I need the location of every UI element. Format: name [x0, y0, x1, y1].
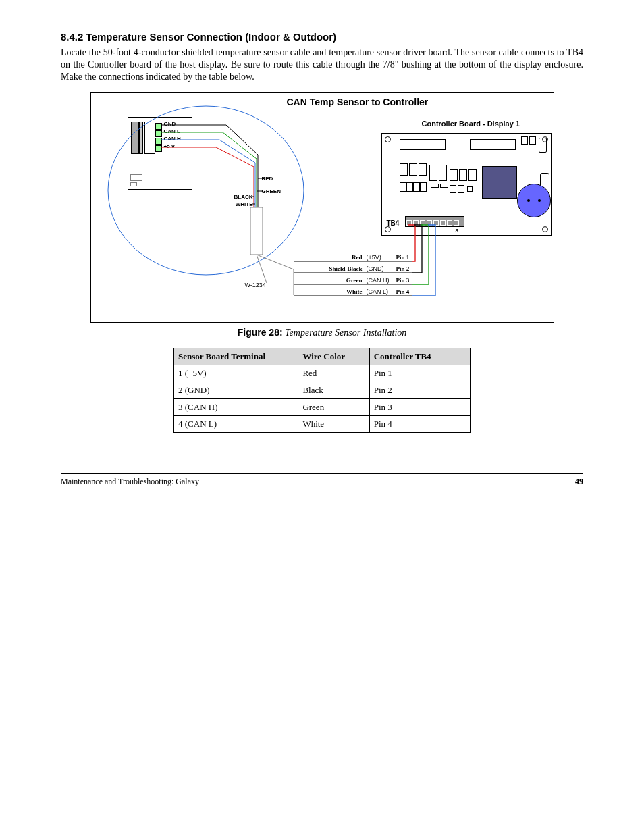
cell-tb4: Pin 2 — [369, 382, 470, 398]
table-header-row: Sensor Board Terminal Wire Color Control… — [174, 348, 471, 365]
wire-row-green-color: Green — [322, 277, 363, 284]
wire-row-black-pin: Pin 2 — [396, 265, 410, 272]
controller-board-title: Controller Board - Display 1 — [422, 120, 520, 128]
cell-sensor: 3 (CAN H) — [174, 398, 298, 415]
wire-row-black-signal: (GND) — [367, 265, 384, 272]
cell-tb4: Pin 3 — [369, 398, 470, 415]
wire-row-red-pin: Pin 1 — [396, 254, 410, 261]
th-sensor: Sensor Board Terminal — [174, 348, 298, 365]
cell-sensor: 4 (CAN L) — [174, 415, 298, 432]
sensor-pin-gnd: GND — [164, 121, 176, 127]
tb4-pin8-label: 8 — [456, 228, 458, 234]
pin-mapping-table: Sensor Board Terminal Wire Color Control… — [173, 348, 471, 433]
cell-sensor: 1 (+5V) — [174, 365, 298, 382]
footer-right: 49 — [575, 477, 583, 487]
cable-id: W-1234 — [245, 282, 266, 288]
wire-row-green-pin: Pin 3 — [396, 277, 410, 284]
section-paragraph: Locate the 50-foot 4-conductor shielded … — [61, 47, 583, 84]
cell-wire: Green — [298, 398, 369, 415]
wire-row-red-color: Red — [322, 254, 363, 261]
cell-wire: Red — [298, 365, 369, 382]
wire-row-white-signal: (CAN L) — [367, 288, 389, 295]
cell-tb4: Pin 1 — [369, 365, 470, 382]
wire-row-green-signal: (CAN H) — [367, 277, 390, 284]
cell-tb4: Pin 4 — [369, 415, 470, 432]
cell-wire: Black — [298, 382, 369, 398]
sensor-pin-5v: +5 V — [164, 143, 176, 149]
footer-left: Maintenance and Troubleshooting: Galaxy — [61, 477, 199, 487]
page-footer: Maintenance and Troubleshooting: Galaxy … — [61, 473, 583, 487]
wire-color-white: WHITE — [219, 201, 253, 207]
wire-color-green: GREEN — [262, 188, 281, 194]
table-body: 1 (+5V) Red Pin 1 2 (GND) Black Pin 2 3 … — [174, 365, 471, 432]
wire-row-white-pin: Pin 4 — [396, 288, 410, 295]
svg-rect-5 — [250, 207, 263, 255]
th-tb4: Controller TB4 — [369, 348, 470, 365]
wire-color-black: BLACK — [219, 194, 253, 200]
sensor-board — [128, 117, 192, 190]
tb4-label: TB4 — [387, 219, 400, 227]
figure-number: Figure 28: — [238, 327, 283, 338]
table-row: 1 (+5V) Red Pin 1 — [174, 365, 471, 382]
wire-row-black-color: Shield-Black — [322, 265, 363, 272]
wiring-diagram: CAN Temp Sensor to Controller GND CAN L … — [90, 92, 554, 323]
th-wire: Wire Color — [298, 348, 369, 365]
sensor-pin-canl: CAN L — [164, 128, 180, 134]
diagram-title: CAN Temp Sensor to Controller — [287, 97, 429, 107]
wire-row-white-color: White — [322, 288, 363, 295]
controller-board — [381, 133, 552, 236]
tb4-terminal-block — [405, 216, 464, 227]
sensor-pin-canh: CAN H — [164, 136, 181, 142]
wire-color-red: RED — [262, 176, 273, 182]
table-row: 3 (CAN H) Green Pin 3 — [174, 398, 471, 415]
cell-wire: White — [298, 415, 369, 432]
figure-caption-text: Temperature Sensor Installation — [285, 328, 406, 338]
figure-caption: Figure 28: Temperature Sensor Installati… — [61, 327, 583, 338]
cell-sensor: 2 (GND) — [174, 382, 298, 398]
wire-row-red-signal: (+5V) — [367, 254, 381, 261]
table-row: 4 (CAN L) White Pin 4 — [174, 415, 471, 432]
section-title: 8.4.2 Temperature Sensor Connection (Ind… — [61, 31, 583, 43]
table-row: 2 (GND) Black Pin 2 — [174, 382, 471, 398]
